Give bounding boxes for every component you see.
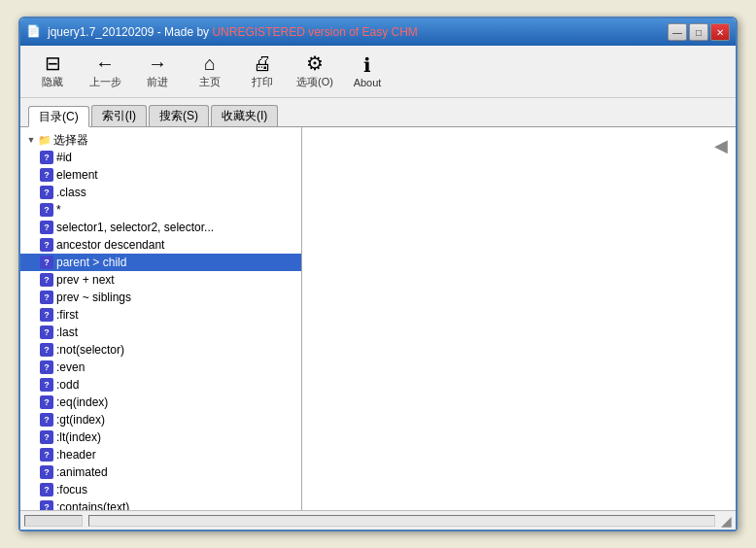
scroll-indicator: ◀ [706, 127, 736, 164]
question-icon: ? [40, 256, 53, 269]
tree-item[interactable]: ? parent > child [20, 254, 301, 271]
question-icon: ? [40, 168, 53, 182]
tree-item[interactable]: ? * [20, 201, 301, 219]
print-button[interactable]: 🖨 打印 [238, 50, 287, 94]
tree-item[interactable]: ? selector1, selector2, selector... [20, 219, 301, 236]
tree-items-container: ? #id ? element ? .class ? * ? selector1… [20, 149, 301, 510]
left-panel: ▼ 📁 选择器 ? #id ? element ? .class ? * ? s… [20, 127, 302, 510]
tree-item-label: :last [56, 325, 78, 339]
tree-item-label: :even [56, 360, 85, 374]
tree-item[interactable]: ? :eq(index) [20, 394, 301, 411]
question-icon: ? [40, 325, 53, 339]
maximize-button[interactable]: □ [689, 23, 708, 41]
toolbar: ⊟ 隐藏 ← 上一步 → 前进 ⌂ 主页 🖨 打印 ⚙ 选项(O) ℹ Abou… [20, 46, 736, 98]
tab-favorites[interactable]: 收藏夹(I) [211, 105, 278, 126]
tree-item[interactable]: ? ancestor descendant [20, 236, 301, 254]
tree-item-label: selector1, selector2, selector... [56, 221, 214, 234]
question-icon: ? [40, 430, 53, 444]
tree-item-label: ancestor descendant [56, 238, 164, 252]
hide-button[interactable]: ⊟ 隐藏 [28, 50, 77, 94]
tree-item-label: :first [56, 308, 79, 322]
tabbar: 目录(C) 索引(I) 搜索(S) 收藏夹(I) [20, 98, 736, 127]
tree-item[interactable]: ? :first [20, 306, 301, 324]
tree-item[interactable]: ? :last [20, 324, 301, 341]
resize-grip: ◢ [721, 513, 732, 529]
folder-icon: 📁 [38, 133, 52, 147]
main-window: 📄 jquery1.7_20120209 - Made by UNREGISTE… [18, 17, 738, 531]
print-label: 打印 [252, 75, 273, 89]
back-button[interactable]: ← 上一步 [81, 50, 129, 94]
tree-item[interactable]: ? :lt(index) [20, 428, 301, 446]
home-button[interactable]: ⌂ 主页 [186, 50, 234, 94]
tab-index[interactable]: 索引(I) [91, 105, 147, 126]
about-icon: ℹ [363, 55, 371, 75]
hide-icon: ⊟ [45, 53, 61, 73]
question-icon: ? [40, 221, 53, 234]
tree-item-label: element [56, 168, 98, 182]
tree-item-label: :gt(index) [56, 413, 105, 427]
question-icon: ? [40, 465, 53, 479]
question-icon: ? [40, 238, 53, 252]
tree-container[interactable]: ▼ 📁 选择器 ? #id ? element ? .class ? * ? s… [20, 127, 301, 510]
question-icon: ? [40, 273, 53, 287]
options-button[interactable]: ⚙ 选项(O) [291, 50, 339, 94]
back-icon: ← [95, 53, 115, 73]
tree-item[interactable]: ? prev ~ siblings [20, 289, 301, 306]
tree-item[interactable]: ? :gt(index) [20, 411, 301, 428]
question-icon: ? [40, 395, 53, 409]
tree-item[interactable]: ? :contains(text) [20, 498, 301, 510]
tree-item-label: :header [56, 448, 96, 462]
collapse-icon[interactable]: ▼ [24, 133, 38, 147]
question-icon: ? [40, 186, 53, 199]
status-area [24, 515, 83, 527]
close-button[interactable]: ✕ [710, 23, 730, 41]
tree-item-label: prev + next [56, 273, 115, 287]
forward-icon: → [148, 53, 167, 73]
tree-item-label: :not(selector) [56, 343, 124, 357]
question-icon: ? [40, 483, 53, 497]
tree-item[interactable]: ? :focus [20, 481, 301, 498]
tree-item[interactable]: ? prev + next [20, 271, 301, 289]
tree-item[interactable]: ? .class [20, 184, 301, 201]
question-icon: ? [40, 343, 53, 357]
titlebar-left: 📄 jquery1.7_20120209 - Made by UNREGISTE… [26, 24, 418, 40]
main-content: ▼ 📁 选择器 ? #id ? element ? .class ? * ? s… [20, 127, 736, 510]
forward-button[interactable]: → 前进 [133, 50, 182, 94]
tree-item[interactable]: ? :odd [20, 376, 301, 394]
question-icon: ? [40, 203, 53, 217]
tab-search[interactable]: 搜索(S) [149, 105, 209, 126]
right-panel: ◀ [302, 127, 736, 510]
tree-item[interactable]: ? :header [20, 446, 301, 463]
question-icon: ? [40, 291, 53, 304]
tree-item[interactable]: ? :not(selector) [20, 341, 301, 359]
minimize-button[interactable]: — [668, 23, 687, 41]
question-icon: ? [40, 151, 53, 164]
about-button[interactable]: ℹ About [343, 50, 392, 94]
about-label: About [354, 77, 382, 88]
hide-label: 隐藏 [42, 75, 63, 89]
tree-item-label: prev ~ siblings [56, 291, 131, 304]
tree-item-label: :focus [56, 483, 87, 497]
tree-item[interactable]: ? :animated [20, 463, 301, 481]
tree-item-label: :eq(index) [56, 395, 108, 409]
options-icon: ⚙ [306, 53, 324, 73]
tree-item-label: * [56, 203, 61, 217]
back-label: 上一步 [89, 75, 121, 89]
tree-item[interactable]: ? #id [20, 149, 301, 166]
horizontal-scrollbar[interactable] [88, 515, 715, 527]
window-icon: 📄 [26, 24, 42, 40]
tree-item[interactable]: ? :even [20, 359, 301, 376]
root-label: 选择器 [53, 132, 88, 149]
tab-contents[interactable]: 目录(C) [28, 106, 89, 127]
titlebar-controls: — □ ✕ [668, 23, 730, 41]
question-icon: ? [40, 500, 53, 510]
home-label: 主页 [199, 75, 221, 89]
tree-root[interactable]: ▼ 📁 选择器 [20, 131, 301, 149]
tree-item-label: :odd [56, 378, 79, 392]
titlebar: 📄 jquery1.7_20120209 - Made by UNREGISTE… [20, 18, 736, 46]
question-icon: ? [40, 308, 53, 322]
tree-item-label: :lt(index) [56, 430, 101, 444]
tree-item[interactable]: ? element [20, 166, 301, 184]
forward-label: 前进 [147, 75, 168, 89]
question-icon: ? [40, 360, 53, 374]
